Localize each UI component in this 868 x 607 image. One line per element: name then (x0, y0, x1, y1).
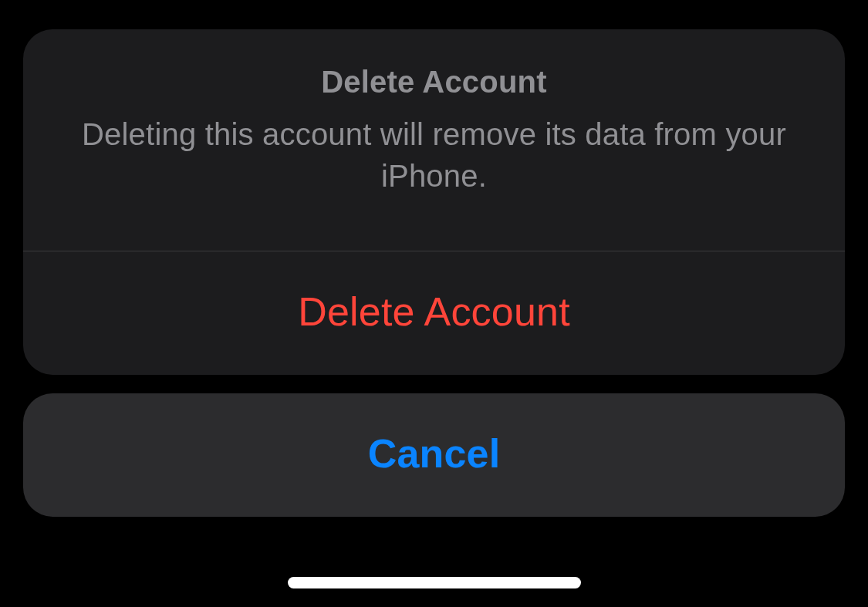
cancel-button[interactable]: Cancel (23, 393, 845, 517)
action-sheet-container: Delete Account Deleting this account wil… (23, 29, 845, 517)
cancel-sheet: Cancel (23, 393, 845, 517)
action-sheet-message: Deleting this account will remove its da… (69, 113, 799, 197)
delete-account-button[interactable]: Delete Account (23, 251, 845, 375)
action-sheet: Delete Account Deleting this account wil… (23, 29, 845, 375)
action-sheet-header: Delete Account Deleting this account wil… (23, 29, 845, 251)
home-indicator[interactable] (288, 577, 581, 588)
action-sheet-title: Delete Account (69, 65, 799, 99)
